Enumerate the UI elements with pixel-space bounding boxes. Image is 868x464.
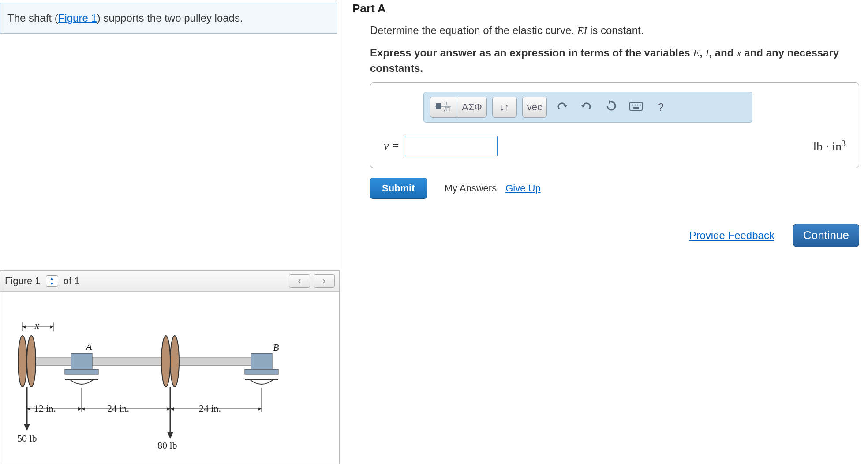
reset-button[interactable] bbox=[602, 97, 621, 117]
problem-text-suffix: ) supports the two pulley loads. bbox=[97, 12, 243, 24]
svg-rect-6 bbox=[65, 369, 98, 374]
chevron-right-icon: › bbox=[322, 275, 326, 287]
help-button[interactable]: ? bbox=[651, 97, 670, 117]
redo-button[interactable] bbox=[577, 97, 596, 117]
svg-marker-15 bbox=[50, 325, 53, 329]
svg-text:□: □ bbox=[444, 100, 447, 106]
var-x: x bbox=[737, 47, 741, 59]
svg-point-42 bbox=[635, 105, 636, 106]
redo-icon bbox=[580, 101, 593, 113]
template-button[interactable]: □ √□ bbox=[430, 97, 457, 118]
svg-marker-37 bbox=[563, 105, 568, 107]
svg-point-43 bbox=[637, 105, 639, 106]
answer-input[interactable] bbox=[405, 136, 498, 156]
template-icon: □ √□ bbox=[435, 100, 453, 115]
figure-of-label: of 1 bbox=[64, 275, 80, 287]
updown-icon: ↓↑ bbox=[500, 101, 509, 113]
svg-marker-30 bbox=[24, 424, 30, 431]
keyboard-button[interactable] bbox=[626, 97, 646, 117]
svg-marker-28 bbox=[258, 407, 262, 411]
dim-24in-1: 24 in. bbox=[107, 403, 129, 414]
dim-24in-2: 24 in. bbox=[199, 403, 221, 414]
figure-diagram: x A B 12 in. 24 in. 24 in. 50 lb 80 lb bbox=[9, 305, 283, 450]
undo-icon bbox=[556, 101, 568, 113]
figure-body: x A B 12 in. 24 in. 24 in. 50 lb 80 lb bbox=[0, 292, 339, 464]
svg-point-41 bbox=[632, 105, 633, 106]
figure-header: Figure 1 ▲ ▼ of 1 ‹ › bbox=[0, 271, 339, 292]
greek-icon: ΑΣΦ bbox=[462, 101, 482, 113]
label-A: A bbox=[86, 341, 92, 352]
svg-rect-5 bbox=[71, 353, 92, 369]
var-E: E bbox=[693, 47, 700, 59]
vec-label: vec bbox=[527, 101, 542, 113]
vec-button[interactable]: vec bbox=[522, 97, 547, 118]
chevron-left-icon: ‹ bbox=[298, 275, 301, 287]
load-50lb: 50 lb bbox=[17, 433, 37, 444]
svg-marker-22 bbox=[78, 407, 82, 411]
figure-prev-button[interactable]: ‹ bbox=[289, 274, 310, 288]
keyboard-icon bbox=[629, 101, 643, 113]
express-instruction: Express your answer as an expression in … bbox=[370, 45, 859, 75]
label-x: x bbox=[35, 320, 39, 331]
feedback-link[interactable]: Provide Feedback bbox=[689, 229, 774, 242]
problem-statement: The shaft (Figure 1) supports the two pu… bbox=[0, 3, 337, 34]
svg-point-3 bbox=[161, 336, 170, 387]
svg-marker-38 bbox=[581, 105, 585, 107]
load-80lb: 80 lb bbox=[157, 440, 177, 451]
ei-var: EI bbox=[577, 25, 587, 36]
svg-text:√□: √□ bbox=[443, 106, 450, 112]
submit-button[interactable]: Submit bbox=[370, 178, 427, 199]
svg-rect-45 bbox=[633, 107, 639, 109]
figure-stepper[interactable]: ▲ ▼ bbox=[46, 275, 58, 287]
continue-button[interactable]: Continue bbox=[793, 224, 859, 247]
chevron-up-icon[interactable]: ▲ bbox=[46, 276, 58, 281]
give-up-link[interactable]: Give Up bbox=[505, 183, 540, 194]
figure-panel: Figure 1 ▲ ▼ of 1 ‹ › bbox=[0, 270, 340, 464]
figure-next-button[interactable]: › bbox=[314, 274, 335, 288]
problem-text-prefix: The shaft ( bbox=[7, 12, 58, 24]
svg-rect-40 bbox=[630, 102, 642, 110]
part-title: Part A bbox=[352, 0, 859, 24]
figure-title: Figure 1 bbox=[5, 275, 41, 287]
svg-rect-0 bbox=[18, 358, 269, 366]
updown-button[interactable]: ↓↑ bbox=[492, 97, 517, 118]
help-icon: ? bbox=[658, 101, 663, 113]
my-answers-label: My Answers bbox=[445, 183, 497, 194]
svg-rect-8 bbox=[251, 353, 272, 369]
undo-button[interactable] bbox=[552, 97, 572, 117]
instruction: Determine the equation of the elastic cu… bbox=[370, 24, 859, 37]
figure-link[interactable]: Figure 1 bbox=[58, 12, 97, 24]
unit-label: lb · in3 bbox=[813, 139, 846, 153]
label-B: B bbox=[273, 342, 279, 353]
dim-12in: 12 in. bbox=[34, 403, 56, 414]
reset-icon bbox=[606, 100, 617, 114]
greek-button[interactable]: ΑΣΦ bbox=[457, 97, 487, 118]
answer-box: □ √□ ΑΣΦ ↓↑ vec bbox=[370, 82, 859, 168]
chevron-down-icon[interactable]: ▼ bbox=[46, 281, 58, 287]
v-equals-label: v = bbox=[384, 139, 400, 153]
svg-marker-32 bbox=[167, 432, 173, 439]
svg-point-44 bbox=[640, 105, 641, 106]
svg-marker-24 bbox=[82, 407, 85, 411]
svg-point-2 bbox=[27, 336, 36, 387]
equation-toolbar: □ √□ ΑΣΦ ↓↑ vec bbox=[423, 92, 752, 123]
svg-marker-39 bbox=[609, 100, 611, 104]
svg-rect-9 bbox=[245, 369, 278, 374]
svg-marker-14 bbox=[22, 325, 26, 329]
svg-point-1 bbox=[18, 336, 27, 387]
svg-point-4 bbox=[170, 336, 179, 387]
